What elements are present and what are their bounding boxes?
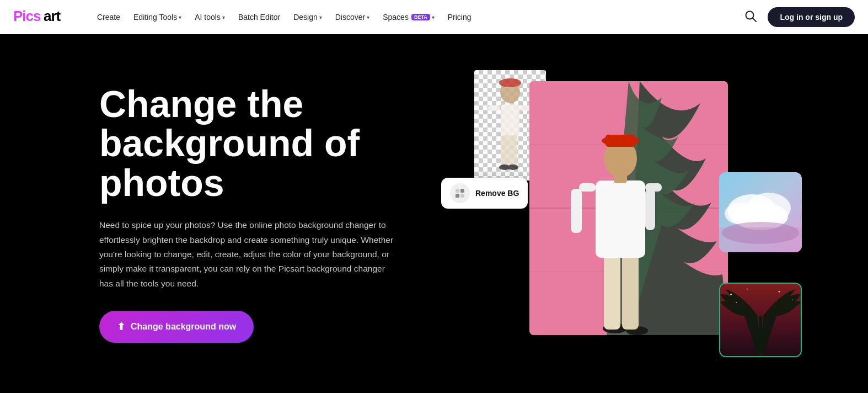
svg-text:Pics: Pics	[13, 8, 41, 24]
cta-button[interactable]: ⬆ Change background now	[99, 311, 254, 343]
remove-bg-tooltip: Remove BG	[441, 178, 528, 209]
svg-text:art: art	[44, 8, 61, 24]
svg-rect-17	[460, 194, 464, 198]
beta-badge: BETA	[411, 14, 430, 20]
chevron-down-icon: ▾	[367, 14, 369, 20]
svg-point-46	[779, 291, 780, 293]
svg-rect-15	[460, 189, 464, 193]
nav-item-create[interactable]: Create	[92, 9, 126, 25]
logo[interactable]: Pics art	[13, 7, 74, 28]
svg-point-41	[722, 222, 799, 244]
svg-rect-8	[501, 135, 509, 166]
chevron-down-icon: ▾	[179, 14, 181, 20]
svg-rect-43	[759, 316, 762, 356]
nav-right: Log in or sign up	[742, 7, 855, 27]
chevron-down-icon: ▾	[222, 14, 225, 20]
svg-rect-16	[456, 194, 459, 198]
chevron-down-icon: ▾	[432, 14, 435, 20]
svg-rect-7	[501, 104, 519, 137]
tooltip-icon	[450, 183, 470, 203]
search-icon[interactable]	[742, 8, 759, 27]
nav-item-batch-editor[interactable]: Batch Editor	[233, 9, 286, 25]
hero-images: Remove BG	[441, 70, 802, 357]
upload-icon: ⬆	[117, 321, 125, 333]
nav-item-discover[interactable]: Discover ▾	[330, 9, 375, 25]
hero-description: Need to spice up your photos? Use the on…	[99, 218, 397, 291]
svg-line-3	[753, 18, 756, 22]
svg-point-39	[725, 203, 758, 225]
svg-rect-6	[503, 79, 517, 87]
chevron-down-icon: ▾	[319, 14, 322, 20]
svg-point-47	[792, 299, 793, 300]
svg-rect-24	[604, 252, 620, 330]
hero-title: Change the background of photos	[99, 84, 419, 203]
palm-night-image	[719, 283, 802, 357]
cta-label: Change background now	[131, 322, 236, 332]
hero-section: Change the background of photos Need to …	[0, 34, 868, 393]
svg-rect-9	[509, 135, 517, 166]
svg-point-44	[730, 294, 732, 295]
tooltip-text: Remove BG	[475, 189, 519, 198]
svg-rect-27	[579, 183, 596, 192]
cloud-image	[719, 172, 802, 252]
svg-rect-14	[456, 189, 459, 193]
navbar: Pics art Create Editing Tools ▾ AI tools…	[0, 0, 868, 34]
login-button[interactable]: Log in or sign up	[768, 7, 855, 27]
svg-rect-26	[596, 180, 645, 258]
pink-bg-image	[529, 81, 728, 335]
svg-point-45	[747, 289, 748, 290]
nav-item-spaces[interactable]: Spaces BETA ▾	[377, 9, 440, 25]
hero-content: Change the background of photos Need to …	[99, 84, 419, 343]
svg-rect-28	[571, 189, 582, 233]
svg-point-13	[507, 164, 518, 170]
svg-rect-34	[606, 135, 635, 147]
nav-item-pricing[interactable]: Pricing	[442, 9, 477, 25]
svg-rect-25	[622, 252, 639, 330]
svg-point-48	[736, 302, 737, 303]
nav-item-design[interactable]: Design ▾	[288, 9, 328, 25]
svg-rect-30	[645, 189, 655, 230]
svg-rect-10	[488, 105, 500, 111]
nav-item-ai-tools[interactable]: AI tools ▾	[189, 9, 231, 25]
nav-links: Create Editing Tools ▾ AI tools ▾ Batch …	[92, 9, 742, 25]
nav-item-editing-tools[interactable]: Editing Tools ▾	[128, 9, 187, 25]
logo-text: Pics art	[13, 11, 74, 28]
